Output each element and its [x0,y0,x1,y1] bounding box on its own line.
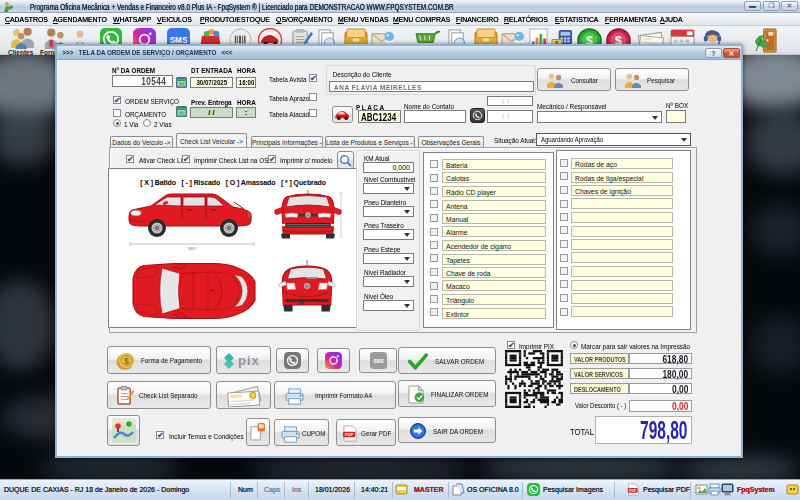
svg-text:PDF: PDF [345,432,354,437]
svg-text:3897: 3897 [188,247,196,251]
svg-text:pix: pix [238,353,260,368]
svg-text:$: $ [124,356,129,366]
svg-text:SMS: SMS [373,359,384,364]
svg-text:PDF: PDF [629,489,637,493]
